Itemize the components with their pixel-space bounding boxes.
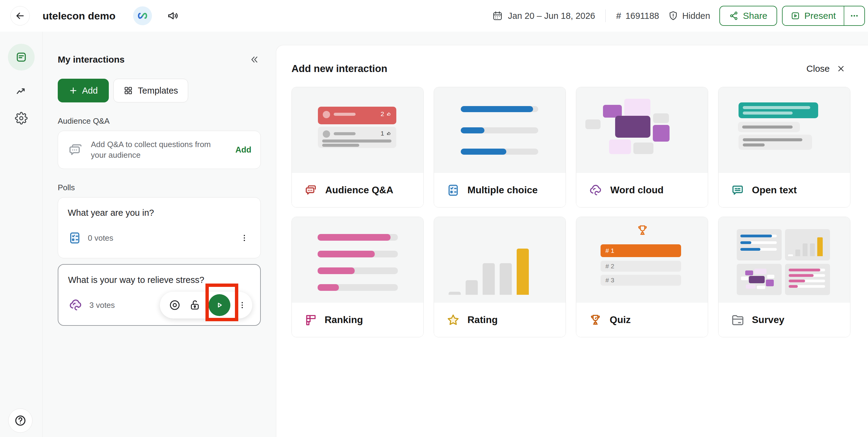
interaction-card-survey[interactable]: Survey [718,217,850,337]
divider [606,9,606,22]
interaction-card-rating[interactable]: Rating [434,217,566,337]
share-label: Share [743,11,767,21]
polls-section-label: Polls [58,183,261,192]
poll-card-what-year[interactable]: What year are you in? 0 votes [58,197,261,258]
top-bar-right-group: Jan 20 – Jun 18, 2026 # 1691188 Hidden S… [492,6,865,26]
qa-description: Add Q&A to collect questions from your a… [91,139,225,160]
multiple-choice-illustration [434,87,566,173]
add-interaction-panel: Add new interaction Close 2 [276,45,868,437]
interaction-card-open-text[interactable]: Open text [718,87,850,208]
session-id: 1691188 [625,11,659,21]
rail-item-interactions[interactable] [8,44,35,70]
card-label: Ranking [324,314,363,325]
qa-promo-card: Add Q&A to collect questions from your a… [58,131,261,169]
close-panel-button[interactable]: Close [806,64,845,74]
thumbs-up-icon [386,112,392,117]
poll-card-relieve-stress[interactable]: What is your way to relieve stress? 3 vo… [58,264,261,326]
add-interaction-button[interactable]: Add [58,79,109,102]
megaphone-icon [167,10,179,22]
preview-button[interactable] [168,299,181,311]
trophy-icon [636,224,649,237]
poll-hover-toolbar [160,292,252,318]
poll-menu-button[interactable] [237,231,252,244]
chat-bubbles-icon [67,141,84,158]
hash-icon: # [616,11,621,21]
like-count: 1 [380,130,384,137]
visibility-status: Hidden [682,11,710,21]
poll-title: What year are you in? [68,208,252,218]
plus-icon [69,86,78,95]
share-button[interactable]: Share [719,6,777,26]
card-label: Rating [467,314,498,325]
present-label: Present [804,11,836,21]
open-text-illustration [718,87,850,173]
card-label: Audience Q&A [325,184,393,196]
interaction-card-quiz[interactable]: # 1 # 2 # 3 Quiz [576,217,708,337]
qa-section-label: Audience Q&A [58,116,261,126]
eye-icon [168,299,181,311]
rank-label: # 3 [606,277,614,284]
rail-item-results[interactable] [15,85,27,97]
like-count: 2 [380,110,384,118]
top-bar: utelecon demo Jan 20 – Jun 18, 2026 # 16… [0,0,868,32]
interaction-card-ranking[interactable]: Ranking [291,217,424,337]
app-root: utelecon demo Jan 20 – Jun 18, 2026 # 16… [0,0,868,437]
question-mark-icon [14,414,27,427]
vote-count: 0 votes [88,233,113,243]
multiple-choice-icon [68,231,82,245]
unlock-icon [188,299,201,311]
ellipsis-icon [849,11,859,21]
card-label: Word cloud [610,184,663,196]
date-range: Jan 20 – Jun 18, 2026 [508,11,595,21]
shield-exclamation-icon [668,10,679,21]
present-button[interactable]: Present [783,6,844,25]
webex-logo-icon [133,6,152,25]
audience-qa-illustration: 2 1 [292,87,423,173]
interaction-type-grid: 2 1 [291,87,868,337]
help-button[interactable] [8,408,33,433]
close-label: Close [806,64,830,74]
lock-voting-button[interactable] [188,299,201,311]
open-text-icon [731,183,745,197]
multiple-choice-icon [446,183,460,197]
close-icon [836,64,845,73]
card-label: Multiple choice [467,184,538,196]
back-button[interactable] [10,6,30,26]
arrow-left-icon [14,10,26,21]
present-play-icon [790,11,800,21]
templates-button[interactable]: Templates [113,79,188,102]
poll-title: What is your way to relieve stress? [68,275,252,285]
share-nodes-icon [729,11,739,21]
ranking-illustration [292,217,423,303]
left-rail [0,32,42,437]
rail-item-settings[interactable] [15,112,28,125]
double-chevron-left-icon [249,54,259,65]
present-button-group: Present [782,6,865,26]
collapse-sidebar-button[interactable] [248,53,261,66]
thumbs-up-icon [386,131,392,136]
folder-icon [731,313,745,327]
divider [844,6,844,25]
card-label: Survey [752,314,784,325]
page-title: utelecon demo [42,10,116,22]
audio-settings-button[interactable] [167,10,179,22]
grid-icon [123,86,133,95]
rank-label: # 2 [606,262,614,270]
interaction-card-audience-qa[interactable]: 2 1 [291,87,424,208]
play-button[interactable] [209,294,230,316]
add-label: Add [82,86,98,96]
calendar-icon [492,10,503,21]
rank-label: # 1 [606,247,614,254]
qa-add-link[interactable]: Add [236,145,251,155]
interaction-card-multiple-choice[interactable]: Multiple choice [434,87,566,208]
trophy-icon [588,313,602,327]
poll-menu-button[interactable] [238,301,247,310]
card-label: Quiz [610,314,631,325]
word-cloud-illustration [576,87,708,173]
audience-qa-icon [304,183,318,197]
quiz-illustration: # 1 # 2 # 3 [576,217,708,303]
rating-illustration [434,217,566,303]
notes-icon [15,51,28,64]
more-options-button[interactable] [844,6,864,25]
interaction-card-word-cloud[interactable]: Word cloud [576,87,708,208]
